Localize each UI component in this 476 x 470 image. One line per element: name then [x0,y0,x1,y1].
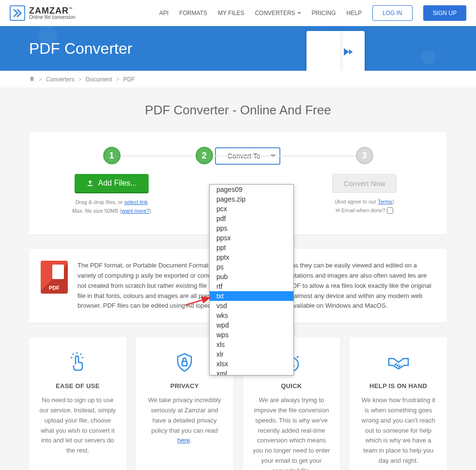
login-button[interactable]: LOG IN [372,5,413,21]
format-option-wps[interactable]: wps [210,330,293,340]
format-option-pages-zip[interactable]: pages.zip [210,194,293,204]
logo-text: ZAMZAR [29,6,69,16]
format-option-ps[interactable]: ps [210,262,293,272]
convert-now-button[interactable]: Convert Now [332,174,397,193]
handshake-icon [358,349,438,376]
step-badge-2: 2 [196,147,213,164]
svg-rect-0 [182,361,187,366]
upload-icon [86,179,94,187]
format-option-xlr[interactable]: xlr [210,349,293,359]
feature-help: HELP IS ON HAND We know how frustrating … [350,337,447,470]
privacy-here-link[interactable]: here [177,437,190,444]
add-files-button[interactable]: Add Files... [75,174,148,193]
home-icon[interactable] [29,76,35,83]
logo-icon [10,5,25,21]
format-option-ppt[interactable]: ppt [210,243,293,252]
format-option-xlsx[interactable]: xlsx [210,359,293,369]
nav-converters[interactable]: CONVERTERS [255,10,301,16]
breadcrumb-current: PDF [123,76,135,83]
format-option-pptx[interactable]: pptx [210,252,293,262]
nav-api[interactable]: API [159,10,169,16]
format-option-xls[interactable]: xls [210,340,293,349]
terms-link[interactable]: Terms [378,199,392,204]
format-option-xml[interactable]: xml [210,369,293,376]
format-option-vsd[interactable]: vsd [210,301,293,311]
step-badge-3: 3 [356,147,373,164]
nav-help[interactable]: HELP [347,10,362,16]
top-navigation: ZAMZAR™ Online file conversion API FORMA… [0,0,476,26]
format-option-pps[interactable]: pps [210,223,293,233]
signup-button[interactable]: SIGN UP [423,5,466,21]
logo[interactable]: ZAMZAR™ Online file conversion [10,5,76,21]
format-option-pdf[interactable]: pdf [210,214,293,223]
email-icon: ✉ [336,207,340,213]
breadcrumb-document[interactable]: Document [86,76,112,83]
chevron-down-icon [297,12,301,14]
format-option-ppsx[interactable]: ppsx [210,233,293,243]
nav-myfiles[interactable]: MY FILES [218,10,244,16]
page-subtitle: PDF Converter - Online And Free [29,103,447,118]
logo-tagline: Online file conversion [29,15,76,20]
format-option-wks[interactable]: wks [210,311,293,320]
nav-formats[interactable]: FORMATS [179,10,207,16]
breadcrumb-converters[interactable]: Converters [46,76,75,83]
format-option-wpd[interactable]: wpd [210,320,293,330]
tap-icon [38,349,118,376]
format-option-txt[interactable]: txt [210,291,293,301]
email-when-done-checkbox[interactable] [387,207,393,214]
nav-pricing[interactable]: PRICING [312,10,336,16]
want-more-link[interactable]: want more? [122,208,149,214]
format-option-pcx[interactable]: pcx [210,204,293,214]
select-link[interactable]: select link [124,199,148,205]
format-option-rtf[interactable]: rtf [210,282,293,291]
breadcrumb: > Converters > Document > PDF [0,71,476,88]
hero-banner: PDF Converter [0,26,476,71]
step-badge-1: 1 [103,147,121,164]
pdf-badge-icon: PDF [41,261,68,294]
format-dropdown: pages09pages.zippcxpdfppsppsxpptpptxpspu… [209,184,294,376]
feature-ease: EASE OF USE No need to sign up to use ou… [29,337,126,470]
document-icon [307,31,340,71]
page-title: PDF Converter [29,40,132,58]
format-option-pages09[interactable]: pages09 [210,185,293,194]
format-option-pub[interactable]: pub [210,272,293,282]
